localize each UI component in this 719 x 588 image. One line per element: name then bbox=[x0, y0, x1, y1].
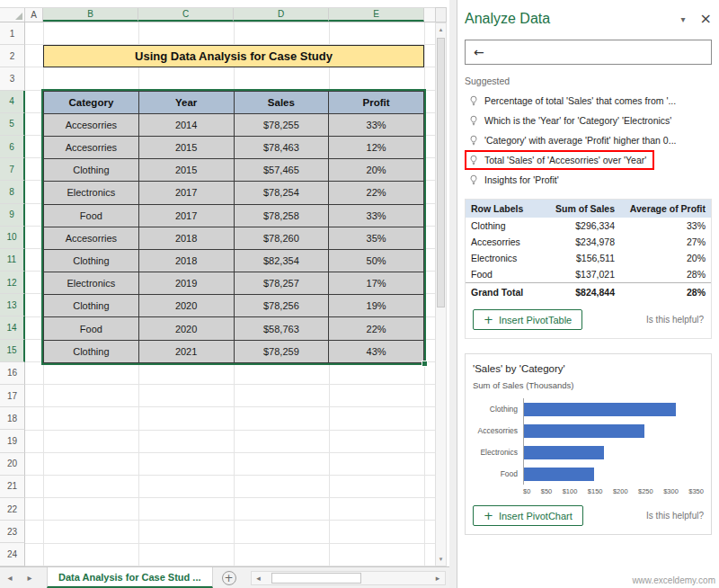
bar-accesorries[interactable] bbox=[524, 424, 644, 438]
table-cell[interactable]: $78,254 bbox=[234, 182, 329, 204]
suggestion-item[interactable]: Which is the 'Year' for 'Category' 'Elec… bbox=[465, 111, 679, 130]
table-cell[interactable]: $58,763 bbox=[234, 317, 329, 340]
table-cell[interactable]: 22% bbox=[329, 182, 424, 204]
table-cell[interactable]: 2015 bbox=[138, 136, 234, 158]
table-cell[interactable]: Electronics bbox=[44, 182, 139, 204]
row-header-2[interactable]: 2 bbox=[0, 45, 25, 67]
pane-options-icon[interactable]: ▾ bbox=[681, 14, 686, 24]
table-cell[interactable]: $78,258 bbox=[234, 204, 329, 227]
table-cell[interactable]: 2020 bbox=[138, 317, 234, 340]
table-cell[interactable]: 2018 bbox=[138, 249, 234, 272]
pane-resize-gutter[interactable] bbox=[449, 0, 457, 588]
row-header-19[interactable]: 19 bbox=[0, 430, 25, 452]
table-cell[interactable]: 2021 bbox=[138, 340, 234, 362]
table-header-cell[interactable]: Category bbox=[44, 91, 139, 113]
row-header-10[interactable]: 10 bbox=[0, 227, 25, 249]
table-cell[interactable]: 22% bbox=[329, 317, 424, 340]
table-cell[interactable]: 2017 bbox=[138, 182, 234, 204]
table-cell[interactable]: 20% bbox=[329, 159, 424, 182]
row-header-15[interactable]: 15 bbox=[0, 340, 25, 362]
row-header-24[interactable]: 24 bbox=[0, 543, 25, 566]
table-cell[interactable]: Clothing bbox=[44, 340, 139, 362]
row-header-17[interactable]: 17 bbox=[0, 385, 25, 407]
table-cell[interactable]: Food bbox=[44, 317, 139, 340]
next-sheet-arrow[interactable]: ▸ bbox=[20, 573, 40, 583]
row-header-18[interactable]: 18 bbox=[0, 407, 25, 430]
row-header-16[interactable]: 16 bbox=[0, 362, 25, 385]
table-cell[interactable]: 2015 bbox=[138, 159, 234, 182]
table-cell[interactable]: $78,463 bbox=[234, 136, 329, 158]
row-header-9[interactable]: 9 bbox=[0, 204, 25, 227]
vertical-scrollbar-thumb[interactable] bbox=[437, 38, 445, 307]
horizontal-scrollbar-thumb[interactable] bbox=[271, 573, 361, 584]
column-header-A[interactable]: A bbox=[25, 8, 43, 22]
add-sheet-button[interactable]: + bbox=[222, 571, 236, 585]
table-cell[interactable]: 35% bbox=[329, 227, 424, 249]
suggestion-item[interactable]: Percentage of total 'Sales' that comes f… bbox=[465, 91, 684, 111]
table-cell[interactable]: $78,255 bbox=[234, 113, 329, 136]
table-cell[interactable]: $82,354 bbox=[234, 249, 329, 272]
bar-food[interactable] bbox=[524, 468, 594, 481]
table-header-cell[interactable]: Sales bbox=[234, 91, 329, 113]
row-header-7[interactable]: 7 bbox=[0, 158, 25, 181]
table-cell[interactable]: 33% bbox=[329, 113, 424, 136]
column-header-B[interactable]: B bbox=[43, 8, 138, 22]
row-header-22[interactable]: 22 bbox=[0, 498, 25, 521]
table-cell[interactable]: 2018 bbox=[138, 227, 234, 249]
column-header-D[interactable]: D bbox=[234, 8, 329, 22]
table-cell[interactable]: Clothing bbox=[44, 249, 139, 272]
table-cell[interactable]: 43% bbox=[329, 340, 424, 362]
selection-fill-handle[interactable] bbox=[422, 361, 428, 367]
row-header-1[interactable]: 1 bbox=[0, 22, 25, 45]
scroll-up-arrow[interactable]: ▴ bbox=[436, 23, 446, 36]
row-header-13[interactable]: 13 bbox=[0, 294, 25, 316]
table-cell[interactable]: $78,256 bbox=[234, 295, 329, 317]
table-header-cell[interactable]: Profit bbox=[329, 91, 424, 113]
sheet-tab-active[interactable]: Data Analysis for Case Stud ... bbox=[47, 567, 213, 588]
suggestion-item[interactable]: Insights for 'Profit' bbox=[465, 170, 567, 190]
insert-pivottable-button[interactable]: + Insert PivotTable bbox=[473, 309, 582, 330]
select-all-corner[interactable] bbox=[0, 8, 25, 22]
table-cell[interactable]: Accesorries bbox=[44, 136, 139, 158]
back-button[interactable]: ← bbox=[465, 40, 712, 65]
row-header-21[interactable]: 21 bbox=[0, 476, 25, 498]
table-cell[interactable]: $78,259 bbox=[234, 340, 329, 362]
helpful-link[interactable]: Is this helpful? bbox=[646, 511, 704, 521]
column-header-C[interactable]: C bbox=[138, 8, 234, 22]
column-header-E[interactable]: E bbox=[329, 8, 424, 22]
suggestion-item[interactable]: Total 'Sales' of 'Accesorries' over 'Yea… bbox=[465, 150, 654, 170]
table-cell[interactable]: Clothing bbox=[44, 295, 139, 317]
table-cell[interactable]: 33% bbox=[329, 204, 424, 227]
vertical-scrollbar-track[interactable] bbox=[436, 36, 446, 553]
insert-pivotchart-button[interactable]: + Insert PivotChart bbox=[473, 505, 583, 526]
row-header-14[interactable]: 14 bbox=[0, 316, 25, 339]
table-cell[interactable]: 2014 bbox=[138, 113, 234, 136]
worksheet-title-cell[interactable]: Using Data Analysis for Case Study bbox=[43, 45, 424, 67]
table-cell[interactable]: $78,260 bbox=[234, 227, 329, 249]
table-cell[interactable]: 17% bbox=[329, 272, 424, 295]
scroll-down-arrow[interactable]: ▾ bbox=[436, 553, 446, 566]
helpful-link[interactable]: Is this helpful? bbox=[646, 315, 704, 325]
row-header-3[interactable]: 3 bbox=[0, 67, 25, 90]
table-cell[interactable]: $57,465 bbox=[234, 159, 329, 182]
row-header-20[interactable]: 20 bbox=[0, 453, 25, 476]
scroll-left-arrow[interactable]: ◂ bbox=[252, 574, 266, 583]
table-cell[interactable]: 50% bbox=[329, 249, 424, 272]
row-header-12[interactable]: 12 bbox=[0, 272, 25, 294]
row-header-23[interactable]: 23 bbox=[0, 521, 25, 543]
table-cell[interactable]: 2017 bbox=[138, 204, 234, 227]
row-header-4[interactable]: 4 bbox=[0, 91, 25, 113]
table-cell[interactable]: 2020 bbox=[138, 295, 234, 317]
table-cell[interactable]: Clothing bbox=[44, 159, 139, 182]
table-cell[interactable]: 12% bbox=[329, 136, 424, 158]
row-header-5[interactable]: 5 bbox=[0, 113, 25, 136]
scrollbar-split-box[interactable] bbox=[435, 7, 447, 22]
table-cell[interactable]: Food bbox=[44, 204, 139, 227]
horizontal-scrollbar[interactable]: ◂ ▸ bbox=[251, 571, 446, 585]
table-cell[interactable]: Electronics bbox=[44, 272, 139, 295]
case-study-table[interactable]: CategoryYearSalesProfit Accesorries2014$… bbox=[43, 91, 424, 363]
row-header-6[interactable]: 6 bbox=[0, 136, 25, 158]
table-header-cell[interactable]: Year bbox=[138, 91, 234, 113]
suggestion-item[interactable]: 'Category' with average 'Profit' higher … bbox=[465, 130, 684, 150]
vertical-scrollbar[interactable]: ▴ ▾ bbox=[435, 22, 447, 566]
